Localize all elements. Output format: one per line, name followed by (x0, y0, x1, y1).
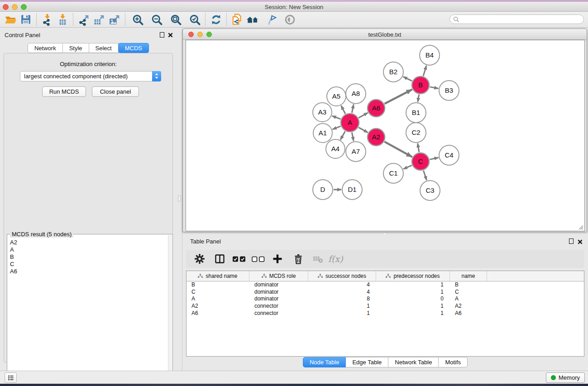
first-neighbors-icon[interactable] (245, 13, 260, 26)
graph-node-D[interactable]: D (313, 180, 333, 200)
table-cell[interactable]: A6 (450, 310, 487, 317)
tab-motifs[interactable]: Motifs (439, 357, 468, 367)
graph-node-D1[interactable]: D1 (342, 180, 362, 200)
column-header-name[interactable]: name (450, 271, 487, 281)
table-row[interactable]: A2connector11A2 (186, 303, 584, 310)
zoom-in-icon[interactable] (130, 13, 145, 26)
float-table-panel-icon[interactable] (569, 238, 574, 244)
column-header-mcds-role[interactable]: MCDS role (249, 271, 308, 281)
graph-node-B[interactable]: B (412, 76, 429, 94)
graph-node-B1[interactable]: B1 (406, 103, 426, 123)
graph-node-A3[interactable]: A3 (313, 103, 332, 122)
tab-network[interactable]: Network (28, 43, 63, 53)
zoom-out-icon[interactable] (149, 13, 164, 26)
table-cell[interactable]: 8 (308, 295, 376, 303)
zoom-fit-icon[interactable] (168, 13, 183, 26)
tab-style[interactable]: Style (63, 43, 89, 53)
tab-network-table[interactable]: Network Table (388, 357, 439, 367)
table-cell[interactable]: connector (249, 310, 308, 317)
mcds-result-item[interactable]: A6 (8, 268, 167, 275)
table-cell[interactable]: B (450, 281, 487, 289)
table-cell[interactable]: A2 (450, 303, 487, 310)
show-column-panel-icon[interactable] (211, 252, 228, 266)
create-column-plus-icon[interactable] (269, 252, 286, 266)
select-all-columns-icon[interactable] (231, 252, 248, 266)
column-header-predecessor-nodes[interactable]: predecessor nodes (376, 271, 450, 281)
table-cell[interactable]: connector (249, 303, 308, 310)
close-panel-button[interactable]: Close panel (92, 86, 139, 97)
delete-column-trash-icon[interactable] (290, 252, 306, 266)
mcds-result-list[interactable]: A2ABCA6 (8, 239, 167, 386)
export-table-icon[interactable] (91, 13, 107, 26)
graph-node-C3[interactable]: C3 (420, 181, 440, 200)
vertical-splitter[interactable] (177, 28, 182, 371)
zoom-selected-icon[interactable] (187, 13, 202, 26)
table-cell[interactable]: 0 (376, 295, 450, 303)
tab-mcds[interactable]: MCDS (118, 43, 149, 53)
export-network-icon[interactable] (76, 13, 91, 26)
graph-node-A4[interactable]: A4 (326, 139, 345, 158)
eye-icon[interactable] (282, 13, 297, 26)
table-cell[interactable]: 4 (308, 289, 376, 296)
open-session-icon[interactable] (3, 13, 18, 26)
memory-button[interactable]: Memory (546, 372, 585, 383)
duplicate-network-icon[interactable] (229, 13, 245, 26)
table-cell[interactable]: A6 (186, 310, 249, 317)
mcds-result-item[interactable]: A (8, 246, 167, 253)
mcds-result-scrollbar[interactable] (168, 235, 172, 386)
graph-node-A6[interactable]: A6 (368, 100, 385, 117)
graph-node-B3[interactable]: B3 (439, 81, 459, 100)
network-graph[interactable]: B4B2BB3A5A8A6A3AB1A1A2C2A4A7C4CC1C3DD1 (186, 40, 585, 232)
graph-node-A8[interactable]: A8 (346, 84, 366, 104)
export-image-icon[interactable] (107, 13, 122, 26)
table-row[interactable]: A6connector11A6 (186, 310, 584, 317)
network-window-titlebar[interactable]: testGlobe.txt (183, 29, 587, 40)
table-cell[interactable]: B (186, 281, 249, 289)
mcds-result-item[interactable]: B (8, 253, 167, 261)
criterion-select[interactable]: largest connected component (directed) (20, 71, 161, 81)
close-panel-icon[interactable] (168, 32, 173, 38)
refresh-icon[interactable] (208, 13, 224, 26)
import-table-icon[interactable] (55, 13, 70, 26)
graph-node-B2[interactable]: B2 (383, 62, 403, 82)
graph-node-C2[interactable]: C2 (406, 123, 426, 143)
table-cell[interactable]: A2 (186, 303, 249, 310)
table-cell[interactable]: 1 (308, 303, 376, 310)
mcds-result-item[interactable]: A2 (8, 239, 167, 246)
graph-node-A1[interactable]: A1 (313, 124, 332, 143)
graph-node-A7[interactable]: A7 (346, 142, 366, 162)
table-row[interactable]: Bdominator41B (186, 281, 584, 289)
delete-table-icon[interactable] (310, 252, 326, 266)
tab-edge-table[interactable]: Edge Table (346, 357, 388, 367)
window-titlebar[interactable]: Session: New Session (0, 2, 588, 12)
column-header-shared-name[interactable]: shared name (186, 271, 249, 281)
graph-node-B4[interactable]: B4 (420, 45, 440, 65)
table-cell[interactable]: C (186, 289, 249, 296)
table-cell[interactable]: 1 (376, 310, 450, 317)
search-box[interactable] (449, 14, 584, 24)
table-cell[interactable]: A (450, 295, 487, 303)
graph-node-C4[interactable]: C4 (439, 145, 459, 165)
table-cell[interactable]: 1 (308, 310, 376, 317)
graph-node-A2[interactable]: A2 (368, 129, 385, 146)
table-cell[interactable]: C (450, 289, 487, 296)
search-input[interactable] (459, 16, 583, 23)
tab-node-table[interactable]: Node Table (303, 357, 346, 367)
table-cell[interactable]: 1 (376, 289, 450, 296)
mcds-result-item[interactable]: C (8, 261, 167, 268)
unselect-all-columns-icon[interactable] (250, 252, 267, 266)
resize-grip-icon[interactable] (578, 224, 583, 230)
graph-node-C[interactable]: C (412, 153, 429, 170)
table-settings-gear-icon[interactable] (191, 252, 208, 266)
graph-node-C1[interactable]: C1 (383, 163, 403, 183)
tab-select[interactable]: Select (89, 43, 119, 53)
close-table-panel-icon[interactable] (578, 238, 583, 247)
task-history-button[interactable] (5, 372, 17, 383)
network-canvas[interactable]: B4B2BB3A5A8A6A3AB1A1A2C2A4A7C4CC1C3DD1 (186, 40, 585, 231)
table-cell[interactable]: dominator (249, 289, 308, 296)
table-cell[interactable]: 1 (376, 303, 450, 310)
run-mcds-button[interactable]: Run MCDS (42, 86, 86, 97)
save-session-icon[interactable] (18, 13, 33, 26)
function-builder-icon[interactable]: f(x) (326, 254, 343, 264)
table-cell[interactable]: dominator (249, 281, 308, 289)
